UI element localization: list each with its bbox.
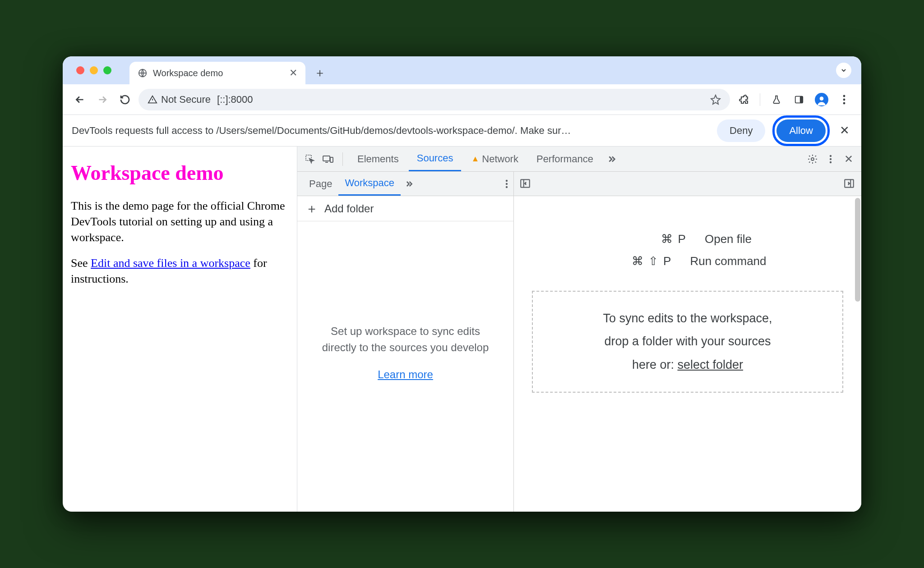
scrollbar[interactable]	[855, 198, 860, 302]
workspace-dropzone[interactable]: To sync edits to the workspace, drop a f…	[532, 291, 843, 393]
para2-pre: See	[71, 257, 91, 270]
avatar	[815, 93, 828, 106]
workspace-docs-link[interactable]: Edit and save files in a workspace	[91, 257, 250, 270]
rendered-page: Workspace demo This is the demo page for…	[63, 147, 297, 512]
allow-highlight: Allow	[772, 115, 830, 146]
svg-point-4	[843, 95, 845, 97]
svg-rect-8	[323, 156, 330, 161]
svg-rect-2	[800, 96, 803, 103]
flask-icon	[772, 95, 781, 105]
tab-performance[interactable]: Performance	[528, 147, 601, 171]
globe-icon	[138, 68, 148, 78]
open-file-label: Open file	[705, 232, 752, 246]
forward-button[interactable]	[93, 91, 111, 109]
tab-strip: Workspace demo ✕ ＋	[63, 56, 861, 84]
panel-right-icon	[843, 178, 855, 189]
svg-point-11	[830, 155, 832, 156]
run-command-keys: ⌘ ⇧ P	[609, 254, 672, 268]
warning-triangle-icon	[148, 95, 157, 105]
new-tab-button[interactable]: ＋	[311, 64, 329, 82]
navigator-tab-workspace[interactable]: Workspace	[338, 172, 401, 196]
svg-point-14	[506, 179, 508, 181]
show-navigator-button[interactable]	[519, 178, 532, 190]
dropzone-line2: drop a folder with your sources	[551, 330, 824, 353]
inspect-icon	[305, 154, 315, 165]
tab-elements[interactable]: Elements	[349, 147, 407, 171]
close-window-button[interactable]	[76, 66, 84, 74]
permission-infobar: DevTools requests full access to /Users/…	[63, 115, 861, 147]
separator	[342, 152, 343, 166]
reload-button[interactable]	[116, 91, 134, 109]
allow-button[interactable]: Allow	[776, 119, 826, 142]
labs-button[interactable]	[767, 91, 785, 109]
more-tabs-button[interactable]	[603, 151, 619, 167]
gear-icon	[807, 154, 818, 165]
separator	[760, 93, 760, 106]
infobar-close-button[interactable]: ✕	[837, 124, 852, 137]
panel-left-icon	[519, 178, 531, 189]
star-icon	[710, 94, 721, 105]
devtools-panel: Elements Sources ▲Network Performance ✕	[297, 147, 861, 512]
dropzone-line1: To sync edits to the workspace,	[551, 307, 824, 330]
chevron-down-icon	[840, 67, 847, 74]
dropzone-line3: here or: select folder	[551, 353, 824, 376]
inspect-element-button[interactable]	[302, 151, 318, 167]
editor-toolbar	[514, 172, 861, 196]
devtools-body: Page Workspace ＋ Add folder	[297, 172, 861, 512]
show-debugger-button[interactable]	[843, 178, 856, 190]
close-tab-icon[interactable]: ✕	[289, 67, 297, 79]
arrow-left-icon	[74, 94, 86, 105]
svg-point-13	[830, 161, 832, 163]
devtools-settings-button[interactable]	[804, 151, 821, 167]
tab-search-button[interactable]	[836, 63, 851, 78]
tab-sources[interactable]: Sources	[409, 147, 462, 171]
svg-point-16	[506, 186, 508, 188]
kebab-icon	[505, 179, 508, 188]
minimize-window-button[interactable]	[90, 66, 98, 74]
navigator-more-tabs[interactable]	[404, 179, 413, 188]
profile-button[interactable]	[813, 91, 831, 109]
security-indicator[interactable]: Not Secure	[148, 94, 211, 105]
select-folder-link[interactable]: select folder	[677, 358, 743, 371]
security-label: Not Secure	[161, 94, 211, 105]
workspace-hint-text: Set up workspace to sync edits directly …	[315, 323, 495, 356]
tab-title: Workspace demo	[153, 68, 223, 78]
open-file-keys: ⌘ P	[624, 232, 687, 246]
extensions-button[interactable]	[735, 91, 753, 109]
device-toolbar-button[interactable]	[320, 151, 336, 167]
page-paragraph-2: See Edit and save files in a workspace f…	[71, 255, 289, 287]
devtools-close-button[interactable]: ✕	[841, 151, 857, 167]
warning-icon: ▲	[471, 154, 479, 164]
browser-toolbar: Not Secure [::]:8000	[63, 84, 861, 115]
bookmark-button[interactable]	[710, 94, 721, 105]
browser-tab[interactable]: Workspace demo ✕	[129, 62, 305, 84]
puzzle-icon	[738, 94, 749, 105]
page-heading: Workspace demo	[71, 159, 289, 187]
svg-point-15	[506, 183, 508, 184]
maximize-window-button[interactable]	[103, 66, 111, 74]
svg-point-3	[820, 96, 824, 101]
svg-rect-9	[330, 157, 333, 162]
tab-network[interactable]: ▲Network	[463, 147, 527, 171]
url-text: [::]:8000	[217, 94, 253, 105]
navigator-tab-page[interactable]: Page	[303, 172, 338, 196]
svg-point-6	[843, 102, 845, 104]
sources-editor: ⌘ P Open file ⌘ ⇧ P Run command To sync …	[514, 172, 861, 512]
double-chevron-icon	[606, 154, 616, 164]
arrow-right-icon	[97, 94, 108, 105]
browser-window: Workspace demo ✕ ＋ Not Secure [::]:8000	[63, 56, 861, 512]
panel-icon	[794, 95, 804, 105]
svg-point-5	[843, 98, 845, 101]
browser-menu-button[interactable]	[835, 91, 853, 109]
deny-button[interactable]: Deny	[717, 119, 765, 142]
side-panel-button[interactable]	[790, 91, 808, 109]
svg-point-10	[811, 158, 814, 160]
address-bar[interactable]: Not Secure [::]:8000	[139, 89, 730, 110]
reload-icon	[120, 94, 130, 105]
double-chevron-icon	[404, 179, 413, 188]
devtools-menu-button[interactable]	[822, 151, 839, 167]
navigator-menu-button[interactable]	[505, 179, 508, 188]
learn-more-link[interactable]: Learn more	[378, 366, 433, 383]
back-button[interactable]	[71, 91, 89, 109]
workspace-hint: Set up workspace to sync edits directly …	[297, 194, 513, 512]
